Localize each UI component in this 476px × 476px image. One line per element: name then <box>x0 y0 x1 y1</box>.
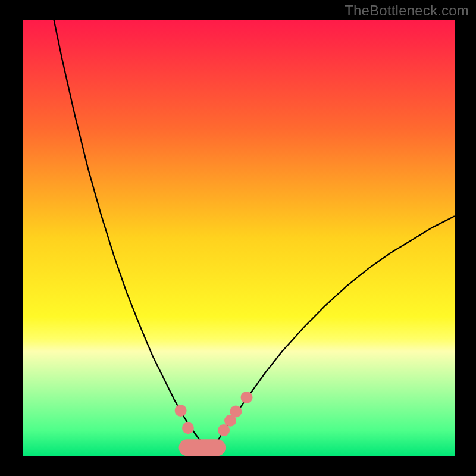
bottleneck-chart <box>0 0 476 476</box>
marker-dot <box>182 422 194 434</box>
plot-gradient-background <box>23 20 455 456</box>
watermark-text: TheBottleneck.com <box>345 2 469 19</box>
marker-dot <box>175 405 187 416</box>
marker-dot <box>230 405 242 417</box>
marker-dot <box>241 392 253 403</box>
